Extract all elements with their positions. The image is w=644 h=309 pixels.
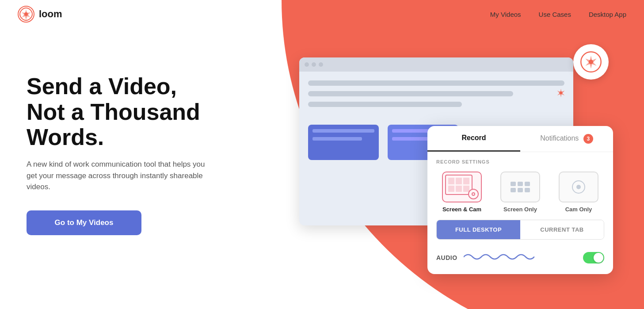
screen-cam-visual	[445, 175, 479, 199]
sc-cam	[468, 189, 479, 199]
full-desktop-button[interactable]: FULL DESKTOP	[437, 220, 520, 239]
browser-line-3	[308, 102, 462, 107]
mode-screen-only-label: Screen Only	[503, 206, 537, 213]
record-modes: Screen & Cam Screen Only	[427, 168, 613, 220]
nav-links: My Videos Use Cases Desktop App	[490, 11, 626, 18]
browser-line-1	[308, 80, 564, 86]
logo-text: loom	[39, 8, 62, 20]
audio-wave-visual	[464, 250, 578, 265]
desktop-tab-buttons: FULL DESKTOP CURRENT TAB	[436, 220, 604, 240]
loom-circle-icon	[573, 44, 609, 80]
nav-desktop-app[interactable]: Desktop App	[589, 11, 626, 18]
audio-toggle[interactable]	[583, 252, 604, 263]
mode-cam-only-icon	[559, 172, 598, 202]
header: loom My Videos Use Cases Desktop App	[0, 0, 644, 28]
browser-block-1	[308, 125, 379, 160]
tab-notifications[interactable]: Notifications 3	[520, 126, 613, 152]
browser-line-2	[308, 91, 513, 96]
nav-my-videos[interactable]: My Videos	[490, 11, 521, 18]
popup-panel: Record Notifications 3 RECORD SETTINGS	[427, 126, 613, 274]
mode-screen-cam-icon	[442, 172, 482, 202]
mode-screen-only[interactable]: Screen Only	[495, 172, 546, 213]
cam-only-visual	[572, 180, 585, 194]
loom-logo-icon	[18, 6, 34, 23]
popup-tabs: Record Notifications 3	[427, 126, 613, 152]
mode-cam-only-label: Cam Only	[565, 206, 592, 213]
browser-dot-2	[312, 62, 316, 67]
browser-bar	[299, 57, 573, 72]
record-settings-label: RECORD SETTINGS	[427, 152, 613, 168]
loom-circle-small-icon	[552, 84, 570, 102]
toggle-knob	[594, 253, 603, 263]
browser-dot-1	[305, 62, 309, 67]
hero-title: Send a Video, Not a Thousand Words.	[27, 74, 239, 150]
mode-screen-cam[interactable]: Screen & Cam	[436, 172, 488, 213]
audio-label: AUDIO	[436, 254, 458, 261]
mode-screen-cam-label: Screen & Cam	[442, 206, 481, 213]
tab-record[interactable]: Record	[427, 126, 520, 152]
browser-dot-3	[319, 62, 323, 67]
nav-use-cases[interactable]: Use Cases	[539, 11, 571, 18]
screen-dots-visual	[511, 182, 530, 192]
illustration-area: Record Notifications 3 RECORD SETTINGS	[282, 35, 617, 283]
hero-subtitle: A new kind of work communication tool th…	[27, 159, 212, 193]
mode-screen-only-icon	[500, 172, 540, 202]
audio-row: AUDIO	[427, 247, 613, 274]
mode-cam-only[interactable]: Cam Only	[553, 172, 604, 213]
notifications-badge: 3	[583, 134, 593, 144]
cta-button[interactable]: Go to My Videos	[27, 210, 141, 235]
logo-area: loom	[18, 6, 62, 23]
current-tab-button[interactable]: CURRENT TAB	[520, 220, 604, 239]
hero-section: Send a Video, Not a Thousand Words. A ne…	[0, 0, 265, 309]
